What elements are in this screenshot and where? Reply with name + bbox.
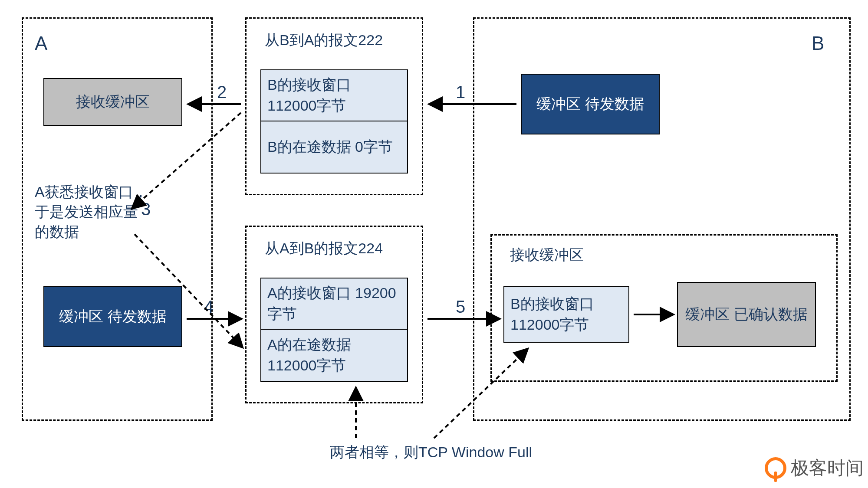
step-5: 5 <box>456 297 465 317</box>
packet-224-title: 从A到B的报文224 <box>265 239 383 259</box>
packet-224-win: A的接收窗口 19200字节 <box>260 278 408 330</box>
packet-222-win: B的接收窗口 112000字节 <box>260 69 408 121</box>
watermark-text: 极客时间 <box>791 456 864 480</box>
footer-note: 两者相等，则TCP Window Full <box>330 442 532 462</box>
host-b-acked-buffer-label: 缓冲区 已确认数据 <box>685 304 807 325</box>
packet-222-win-label: B的接收窗口 112000字节 <box>261 72 407 118</box>
host-a-send-buffer-label: 缓冲区 待发数据 <box>59 306 166 327</box>
packet-222-title: 从B到A的报文222 <box>265 30 383 50</box>
host-b-recv-window: B的接收窗口 112000字节 <box>503 286 629 343</box>
watermark: 极客时间 <box>765 456 864 480</box>
host-a-note: A获悉接收窗口， 于是发送相应量 的数据 <box>35 182 148 242</box>
step-1: 1 <box>456 82 465 102</box>
watermark-logo-icon <box>765 457 786 479</box>
host-a-recv-buffer: 接收缓冲区 <box>43 78 182 126</box>
host-b-send-buffer: 缓冲区 待发数据 <box>521 74 660 134</box>
host-b-acked-buffer: 缓冲区 已确认数据 <box>677 282 816 347</box>
host-a-send-buffer: 缓冲区 待发数据 <box>43 286 182 347</box>
packet-222-inflight-label: B的在途数据 0字节 <box>261 134 407 160</box>
step-4: 4 <box>204 297 214 317</box>
packet-224-win-label: A的接收窗口 19200字节 <box>261 280 407 327</box>
step-3: 3 <box>141 200 151 219</box>
host-b-send-buffer-label: 缓冲区 待发数据 <box>536 94 644 115</box>
host-b-recv-label: 接收缓冲区 <box>510 245 584 265</box>
host-a-title: A <box>35 30 47 56</box>
packet-224-inflight: A的在途数据 112000字节 <box>260 330 408 382</box>
diagram-canvas: A 接收缓冲区 A获悉接收窗口， 于是发送相应量 的数据 缓冲区 待发数据 从B… <box>0 0 868 488</box>
step-2: 2 <box>217 82 227 102</box>
packet-222-inflight: B的在途数据 0字节 <box>260 121 408 174</box>
host-a-recv-buffer-label: 接收缓冲区 <box>76 92 150 112</box>
host-b-title: B <box>812 30 824 56</box>
packet-224-inflight-label: A的在途数据 112000字节 <box>261 332 407 378</box>
host-b-recv-window-label: B的接收窗口 112000字节 <box>504 291 628 337</box>
